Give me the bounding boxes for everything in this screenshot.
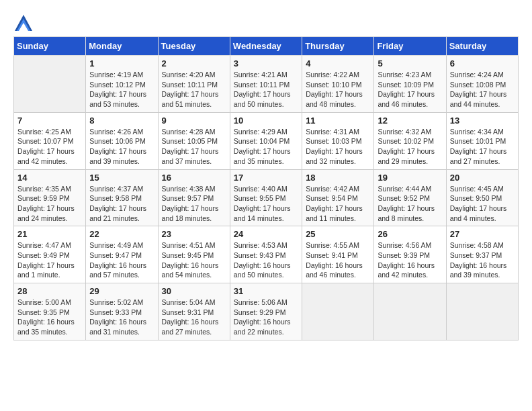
day-info: Sunrise: 4:38 AM Sunset: 9:57 PM Dayligh… (162, 184, 226, 224)
day-number: 9 (162, 116, 226, 126)
day-number: 1 (89, 58, 154, 68)
day-number: 6 (450, 58, 515, 68)
calendar-week-row: 14Sunrise: 4:35 AM Sunset: 9:59 PM Dayli… (14, 169, 519, 226)
day-info: Sunrise: 4:20 AM Sunset: 10:11 PM Daylig… (162, 70, 226, 109)
calendar-week-row: 21Sunrise: 4:47 AM Sunset: 9:49 PM Dayli… (14, 226, 519, 283)
day-info: Sunrise: 4:37 AM Sunset: 9:58 PM Dayligh… (89, 184, 154, 224)
day-info: Sunrise: 4:49 AM Sunset: 9:47 PM Dayligh… (89, 240, 154, 280)
calendar-cell: 8Sunrise: 4:26 AM Sunset: 10:06 PM Dayli… (86, 112, 158, 169)
calendar-header-thursday: Thursday (302, 37, 374, 56)
day-info: Sunrise: 4:29 AM Sunset: 10:04 PM Daylig… (234, 127, 298, 167)
day-number: 16 (162, 173, 226, 183)
calendar-cell (302, 283, 374, 340)
day-number: 31 (234, 286, 298, 296)
day-info: Sunrise: 4:55 AM Sunset: 9:41 PM Dayligh… (306, 240, 370, 280)
day-number: 18 (306, 173, 370, 183)
calendar-cell: 12Sunrise: 4:32 AM Sunset: 10:02 PM Dayl… (374, 112, 446, 169)
calendar-cell: 17Sunrise: 4:40 AM Sunset: 9:55 PM Dayli… (230, 169, 302, 226)
calendar-cell: 11Sunrise: 4:31 AM Sunset: 10:03 PM Dayl… (302, 112, 374, 169)
calendar-cell: 14Sunrise: 4:35 AM Sunset: 9:59 PM Dayli… (14, 169, 86, 226)
calendar-week-row: 28Sunrise: 5:00 AM Sunset: 9:35 PM Dayli… (14, 283, 519, 340)
day-number: 17 (234, 173, 298, 183)
calendar-cell: 13Sunrise: 4:34 AM Sunset: 10:01 PM Dayl… (446, 112, 518, 169)
day-number: 28 (17, 286, 82, 296)
calendar-cell: 26Sunrise: 4:56 AM Sunset: 9:39 PM Dayli… (374, 226, 446, 283)
calendar-cell: 9Sunrise: 4:28 AM Sunset: 10:05 PM Dayli… (158, 112, 230, 169)
day-info: Sunrise: 4:45 AM Sunset: 9:50 PM Dayligh… (450, 184, 515, 224)
day-number: 22 (89, 229, 154, 239)
calendar-cell: 18Sunrise: 4:42 AM Sunset: 9:54 PM Dayli… (302, 169, 374, 226)
day-info: Sunrise: 4:31 AM Sunset: 10:03 PM Daylig… (306, 127, 370, 167)
day-info: Sunrise: 4:56 AM Sunset: 9:39 PM Dayligh… (378, 240, 442, 280)
calendar-cell: 4Sunrise: 4:22 AM Sunset: 10:10 PM Dayli… (302, 56, 374, 113)
day-number: 14 (17, 173, 82, 183)
day-info: Sunrise: 5:00 AM Sunset: 9:35 PM Dayligh… (17, 298, 82, 337)
day-number: 27 (450, 229, 515, 239)
calendar-header-tuesday: Tuesday (158, 37, 230, 56)
day-info: Sunrise: 4:47 AM Sunset: 9:49 PM Dayligh… (17, 240, 82, 280)
calendar-cell (446, 283, 518, 340)
calendar-cell: 6Sunrise: 4:24 AM Sunset: 10:08 PM Dayli… (446, 56, 518, 113)
calendar-cell: 23Sunrise: 4:51 AM Sunset: 9:45 PM Dayli… (158, 226, 230, 283)
calendar-header-sunday: Sunday (14, 37, 86, 56)
calendar-header-friday: Friday (374, 37, 446, 56)
calendar-cell: 5Sunrise: 4:23 AM Sunset: 10:09 PM Dayli… (374, 56, 446, 113)
day-number: 5 (378, 58, 442, 68)
day-info: Sunrise: 4:25 AM Sunset: 10:07 PM Daylig… (17, 127, 82, 167)
day-number: 20 (450, 173, 515, 183)
day-info: Sunrise: 4:22 AM Sunset: 10:10 PM Daylig… (306, 70, 370, 109)
page-header (13, 13, 519, 34)
day-number: 30 (162, 286, 226, 296)
day-number: 2 (162, 58, 226, 68)
day-number: 3 (234, 58, 298, 68)
day-number: 24 (234, 229, 298, 239)
day-number: 13 (450, 116, 515, 126)
day-info: Sunrise: 4:42 AM Sunset: 9:54 PM Dayligh… (306, 184, 370, 224)
day-info: Sunrise: 4:26 AM Sunset: 10:06 PM Daylig… (89, 127, 154, 167)
calendar-cell: 1Sunrise: 4:19 AM Sunset: 10:12 PM Dayli… (86, 56, 158, 113)
calendar-week-row: 1Sunrise: 4:19 AM Sunset: 10:12 PM Dayli… (14, 56, 519, 113)
day-number: 25 (306, 229, 370, 239)
day-number: 10 (234, 116, 298, 126)
day-number: 21 (17, 229, 82, 239)
calendar-cell: 25Sunrise: 4:55 AM Sunset: 9:41 PM Dayli… (302, 226, 374, 283)
calendar-header-wednesday: Wednesday (230, 37, 302, 56)
day-number: 29 (89, 286, 154, 296)
logo (13, 13, 36, 34)
calendar-cell: 3Sunrise: 4:21 AM Sunset: 10:11 PM Dayli… (230, 56, 302, 113)
calendar-cell: 24Sunrise: 4:53 AM Sunset: 9:43 PM Dayli… (230, 226, 302, 283)
day-info: Sunrise: 4:35 AM Sunset: 9:59 PM Dayligh… (17, 184, 82, 224)
calendar-cell: 19Sunrise: 4:44 AM Sunset: 9:52 PM Dayli… (374, 169, 446, 226)
day-number: 7 (17, 116, 82, 126)
calendar-cell: 29Sunrise: 5:02 AM Sunset: 9:33 PM Dayli… (86, 283, 158, 340)
day-info: Sunrise: 4:24 AM Sunset: 10:08 PM Daylig… (450, 70, 515, 109)
day-info: Sunrise: 5:04 AM Sunset: 9:31 PM Dayligh… (162, 298, 226, 337)
logo-icon (13, 13, 34, 34)
day-info: Sunrise: 4:21 AM Sunset: 10:11 PM Daylig… (234, 70, 298, 109)
calendar-cell: 2Sunrise: 4:20 AM Sunset: 10:11 PM Dayli… (158, 56, 230, 113)
calendar-cell: 7Sunrise: 4:25 AM Sunset: 10:07 PM Dayli… (14, 112, 86, 169)
calendar-cell: 16Sunrise: 4:38 AM Sunset: 9:57 PM Dayli… (158, 169, 230, 226)
calendar-table: SundayMondayTuesdayWednesdayThursdayFrid… (13, 36, 519, 340)
calendar-cell: 27Sunrise: 4:58 AM Sunset: 9:37 PM Dayli… (446, 226, 518, 283)
day-info: Sunrise: 4:34 AM Sunset: 10:01 PM Daylig… (450, 127, 515, 167)
calendar-cell: 10Sunrise: 4:29 AM Sunset: 10:04 PM Dayl… (230, 112, 302, 169)
day-number: 11 (306, 116, 370, 126)
calendar-header-row: SundayMondayTuesdayWednesdayThursdayFrid… (14, 37, 519, 56)
calendar-header-monday: Monday (86, 37, 158, 56)
day-info: Sunrise: 4:23 AM Sunset: 10:09 PM Daylig… (378, 70, 442, 109)
day-info: Sunrise: 4:51 AM Sunset: 9:45 PM Dayligh… (162, 240, 226, 280)
day-info: Sunrise: 4:44 AM Sunset: 9:52 PM Dayligh… (378, 184, 442, 224)
day-number: 4 (306, 58, 370, 68)
calendar-cell (14, 56, 86, 113)
day-info: Sunrise: 5:02 AM Sunset: 9:33 PM Dayligh… (89, 298, 154, 337)
calendar-cell (374, 283, 446, 340)
calendar-cell: 20Sunrise: 4:45 AM Sunset: 9:50 PM Dayli… (446, 169, 518, 226)
calendar-cell: 21Sunrise: 4:47 AM Sunset: 9:49 PM Dayli… (14, 226, 86, 283)
day-number: 12 (378, 116, 442, 126)
calendar-cell: 30Sunrise: 5:04 AM Sunset: 9:31 PM Dayli… (158, 283, 230, 340)
day-info: Sunrise: 4:32 AM Sunset: 10:02 PM Daylig… (378, 127, 442, 167)
day-number: 19 (378, 173, 442, 183)
day-number: 8 (89, 116, 154, 126)
day-number: 26 (378, 229, 442, 239)
